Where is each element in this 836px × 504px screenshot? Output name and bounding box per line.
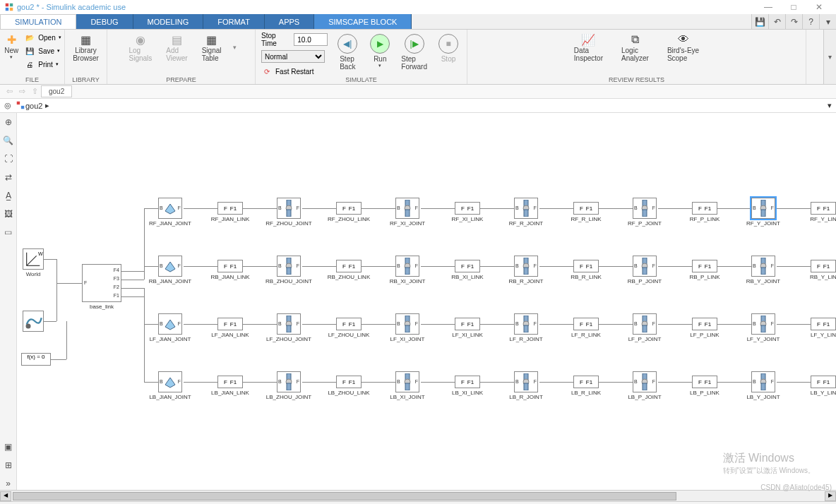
block-lf_r_joint[interactable]: BF [514,313,538,335]
expand-icon[interactable]: » [2,477,15,490]
tab-apps[interactable]: APPS [265,14,314,29]
annotation-icon[interactable]: A̲ [2,189,15,202]
block-lb_r_link[interactable]: FF1 [573,376,599,388]
step-forward-button[interactable]: |▶Step Forward [398,31,430,72]
block-rf_xi_link[interactable]: FF1 [455,202,480,215]
logic-analyzer-button[interactable]: ⧉Logic Analyzer [619,31,652,64]
block-lf_zhou_joint[interactable]: BF [277,313,301,335]
box-icon[interactable]: ▭ [2,226,15,239]
breadcrumb-dropdown-icon[interactable]: ▾ [828,101,832,110]
block-rf_y_lin[interactable]: FF1 [811,202,836,215]
block-lf_jian_link[interactable]: FF1 [217,318,243,330]
block-rb_y_lin[interactable]: FF1 [811,260,836,272]
block-rf_jian_link[interactable]: FF1 [217,202,243,215]
block-lb_jian_joint[interactable]: BF [158,371,182,392]
birds-eye-button[interactable]: 👁Bird's-Eye Scope [664,31,702,64]
zoom-icon[interactable]: 🔍 [2,134,15,147]
print-button[interactable]: 🖨Print▾ [23,58,62,71]
block-lb_xi_joint[interactable]: BF [395,371,419,392]
target-icon[interactable]: ⊕ [2,116,15,128]
block-rf_p_joint[interactable]: BF [633,198,657,219]
log-signals-button[interactable]: ◉Log Signals [126,31,155,64]
maximize-button[interactable]: □ [781,1,806,13]
world-block[interactable]: W [23,248,44,270]
undo-icon[interactable]: ↶ [768,14,785,29]
save-button[interactable]: 💾Save▾ [23,44,62,57]
block-rb_r_link[interactable]: FF1 [573,260,599,272]
arrows-icon[interactable]: ⇄ [2,171,15,184]
block-rb_p_joint[interactable]: BF [633,256,657,277]
help-icon[interactable]: ? [802,14,819,29]
new-button[interactable]: ✚ New ▾ [1,31,21,71]
stoptime-input[interactable] [294,33,328,46]
block-lf_y_lin[interactable]: FF1 [811,318,836,330]
horizontal-scrollbar[interactable]: ◀ ▶ [0,490,836,501]
tab-debug[interactable]: DEBUG [76,14,133,29]
block-rb_zhou_joint[interactable]: BF [277,256,301,277]
block-lf_p_link[interactable]: FF1 [692,318,717,330]
close-button[interactable]: ✕ [806,1,832,13]
block-lf_xi_joint[interactable]: BF [395,313,419,335]
nav-fwd-icon[interactable]: ⇨ [16,87,28,96]
library-browser-button[interactable]: ▦ Library Browser [70,31,102,64]
image-icon[interactable]: 🖼 [2,208,15,220]
block-rf_xi_joint[interactable]: BF [395,198,419,219]
breadcrumb-model[interactable]: gou2 [25,102,42,110]
add-viewer-button[interactable]: ▤Add Viewer [163,31,190,64]
block-lb_zhou_joint[interactable]: BF [277,371,301,392]
block-rb_r_joint[interactable]: BF [514,256,538,277]
ribbon-collapse-button[interactable]: ▾ [823,30,836,84]
tab-modeling[interactable]: MODELING [133,14,204,29]
block-rb_jian_joint[interactable]: BF [158,256,182,277]
block-lb_jian_link[interactable]: FF1 [217,376,243,388]
block-rf_y_joint[interactable]: BF [751,198,775,219]
quick-save-icon[interactable]: 💾 [751,14,768,29]
ports-icon[interactable]: ⊞ [2,459,15,472]
block-lb_p_joint[interactable]: BF [633,371,657,392]
block-rf_zhou_link[interactable]: FF1 [336,202,362,215]
block-lf_jian_joint[interactable]: BF [158,313,182,335]
block-rf_jian_joint[interactable]: BF [158,198,182,219]
block-rb_jian_link[interactable]: FF1 [217,260,243,272]
dropdown-icon[interactable]: ▾ [819,14,836,29]
block-lf_xi_link[interactable]: FF1 [455,318,480,330]
block-lf_r_link[interactable]: FF1 [573,318,599,330]
block-lb_y_lin[interactable]: FF1 [811,376,836,388]
minimize-button[interactable]: — [756,1,781,13]
block-lb_xi_link[interactable]: FF1 [455,376,480,388]
block-rb_y_joint[interactable]: BF [751,256,775,277]
tab-format[interactable]: FORMAT [203,14,265,29]
nav-back-icon[interactable]: ⇦ [3,87,16,96]
block-lf_zhou_link[interactable]: FF1 [336,318,362,330]
block-lb_zhou_link[interactable]: FF1 [336,376,362,388]
redo-icon[interactable]: ↷ [785,14,802,29]
block-rf_r_link[interactable]: FF1 [573,202,599,215]
tab-simulation[interactable]: SIMULATION [0,14,76,29]
block-rf_r_joint[interactable]: BF [514,198,538,219]
mech-config-block[interactable] [23,311,44,332]
block-lf_y_joint[interactable]: BF [751,313,775,335]
scroll-right-button[interactable]: ▶ [825,491,836,501]
model-tab[interactable]: gou2 [41,85,72,97]
stop-button[interactable]: ■Stop [434,31,462,64]
nav-up-icon[interactable]: ⇧ [28,87,41,96]
tab-simscape-block[interactable]: SIMSCAPE BLOCK [314,14,412,29]
signal-table-button[interactable]: ▦Signal Table [199,31,225,64]
step-back-button[interactable]: ◀|Step Back [333,31,362,72]
block-lf_p_joint[interactable]: BF [633,313,657,335]
scroll-thumb[interactable] [13,492,676,500]
simulation-mode-select[interactable]: Normal [261,50,325,63]
fit-icon[interactable]: ⛶ [2,152,15,165]
hierarchy-icon[interactable]: ◎ [4,101,11,110]
block-lb_p_link[interactable]: FF1 [692,376,717,388]
data-inspector-button[interactable]: 📈Data Inspector [571,31,606,64]
block-rf_p_link[interactable]: FF1 [692,202,717,215]
scroll-left-button[interactable]: ◀ [0,491,11,501]
scope-icon[interactable]: ▣ [2,440,15,453]
run-button[interactable]: ▶Run▾ [366,31,394,70]
block-rb_p_link[interactable]: FF1 [692,260,717,272]
block-rb_xi_link[interactable]: FF1 [455,260,480,272]
block-rb_zhou_link[interactable]: FF1 [336,260,362,272]
solver-block[interactable]: f(x) = 0 [21,353,51,366]
block-rb_xi_joint[interactable]: BF [395,256,419,277]
